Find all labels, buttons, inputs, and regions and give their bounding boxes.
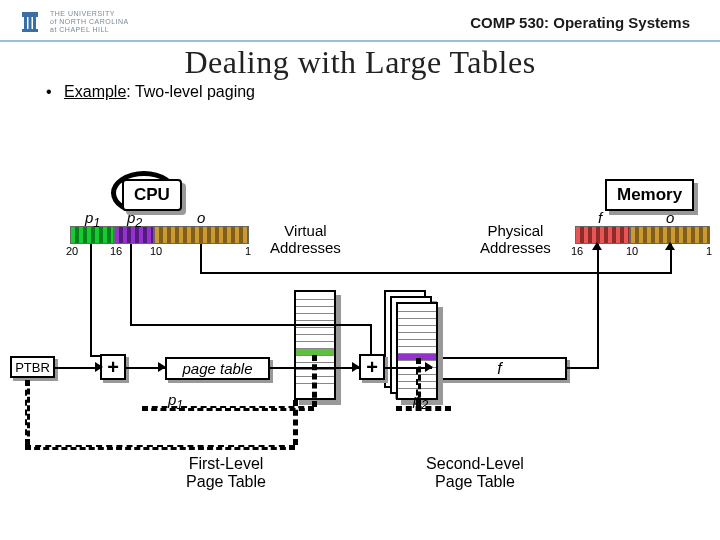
arrowhead-icon: [352, 362, 360, 372]
dashed-second-b: [416, 358, 421, 406]
arrowhead-icon: [592, 242, 602, 250]
arrow-p1-down: [90, 244, 92, 357]
memory-box: Memory: [605, 179, 694, 211]
ptbr-box: PTBR: [10, 356, 55, 378]
arrowhead-icon: [158, 362, 166, 372]
dashed-first-b: [25, 445, 295, 450]
univ-line1: THE UNIVERSITY: [50, 10, 129, 18]
unc-logo-icon: [16, 8, 44, 36]
page-table-block: page table: [165, 357, 270, 380]
va-field-o: o 10 1: [154, 226, 249, 244]
arrow-ptbr-add1: [55, 367, 100, 369]
univ-line2: of NORTH CAROLINA: [50, 18, 129, 26]
course-title: COMP 530: Operating Systems: [470, 14, 690, 31]
virtual-address-register: p1 20 p2 16 o 10 1: [70, 226, 249, 244]
second-table-caption: Second-Level Page Table: [400, 455, 550, 491]
cpu-box: CPU: [122, 179, 182, 211]
arrow-o-b: [200, 272, 670, 274]
arrowhead-icon: [425, 362, 433, 372]
slide-header: THE UNIVERSITY of NORTH CAROLINA at CHAP…: [0, 0, 720, 42]
university-logo: THE UNIVERSITY of NORTH CAROLINA at CHAP…: [16, 8, 129, 36]
arrow-p2-down: [130, 244, 132, 324]
arrowhead-icon: [95, 362, 103, 372]
adder2: +: [359, 354, 385, 380]
arrow-p1-right: [90, 355, 102, 357]
va-field-p2: p2 16: [114, 226, 154, 244]
example-bullet: • Example: Two-level paging: [0, 83, 720, 101]
svg-rect-0: [22, 12, 38, 17]
svg-rect-3: [33, 17, 36, 29]
dashed-first-e: [312, 355, 317, 407]
physical-addresses-label: Physical Addresses: [480, 222, 551, 256]
pa-field-f: f 16: [575, 226, 630, 244]
univ-line3: at CHAPEL HILL: [50, 26, 129, 34]
svg-rect-1: [24, 17, 27, 29]
svg-rect-2: [29, 17, 32, 29]
arrow-p2-down2: [370, 324, 372, 356]
arrow-p2-right: [130, 324, 370, 326]
adder1: +: [100, 354, 126, 380]
arrowhead-icon: [665, 242, 675, 250]
slide-title: Dealing with Large Tables: [0, 44, 720, 81]
va-field-p1: p1 20: [70, 226, 114, 244]
virtual-addresses-label: Virtual Addresses: [270, 222, 341, 256]
arrow-o-a: [200, 244, 202, 272]
arrow-f-up: [597, 244, 599, 369]
example-text: : Two-level paging: [126, 83, 255, 100]
dashed-first-a: [25, 380, 30, 445]
first-table-caption: First-Level Page Table: [156, 455, 296, 491]
dashed-first-d: [142, 406, 314, 411]
svg-rect-4: [22, 29, 38, 32]
frame-block: f: [432, 357, 567, 380]
arrow-f-out: [567, 367, 597, 369]
dashed-second-a: [396, 406, 451, 411]
example-label: Example: [64, 83, 126, 100]
